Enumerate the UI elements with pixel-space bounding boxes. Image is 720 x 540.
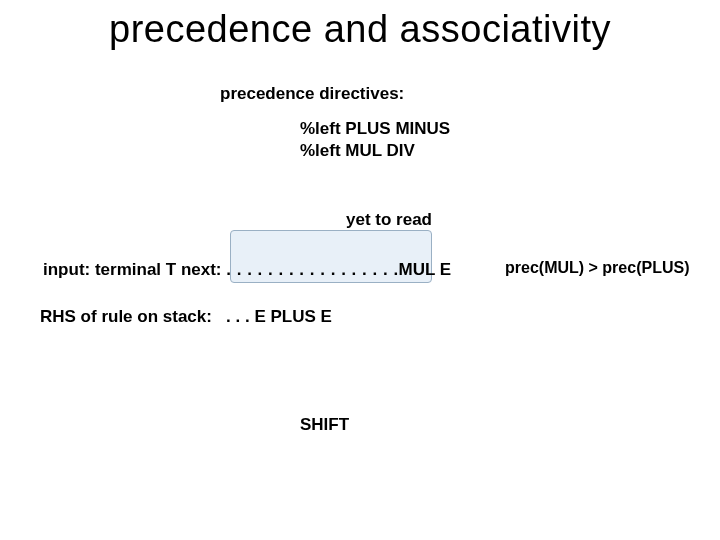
input-dots: . . . . . . . . . . . . . . . . . xyxy=(226,260,398,279)
precedence-directives-label: precedence directives: xyxy=(220,84,404,104)
rhs-line: RHS of rule on stack: . . . E PLUS E xyxy=(40,307,332,327)
input-label: input: terminal T next: xyxy=(43,260,226,279)
input-tail: MUL E xyxy=(399,260,452,279)
yet-to-read-label: yet to read xyxy=(346,210,432,230)
slide-title: precedence and associativity xyxy=(0,8,720,51)
slide: precedence and associativity precedence … xyxy=(0,0,720,540)
shift-label: SHIFT xyxy=(300,415,349,435)
input-line: input: terminal T next: . . . . . . . . … xyxy=(43,260,451,280)
precedence-comparison: prec(MUL) > prec(PLUS) xyxy=(505,259,689,277)
directives-code: %left PLUS MINUS %left MUL DIV xyxy=(300,118,450,162)
directive-line-2: %left MUL DIV xyxy=(300,141,415,160)
directive-line-1: %left PLUS MINUS xyxy=(300,119,450,138)
